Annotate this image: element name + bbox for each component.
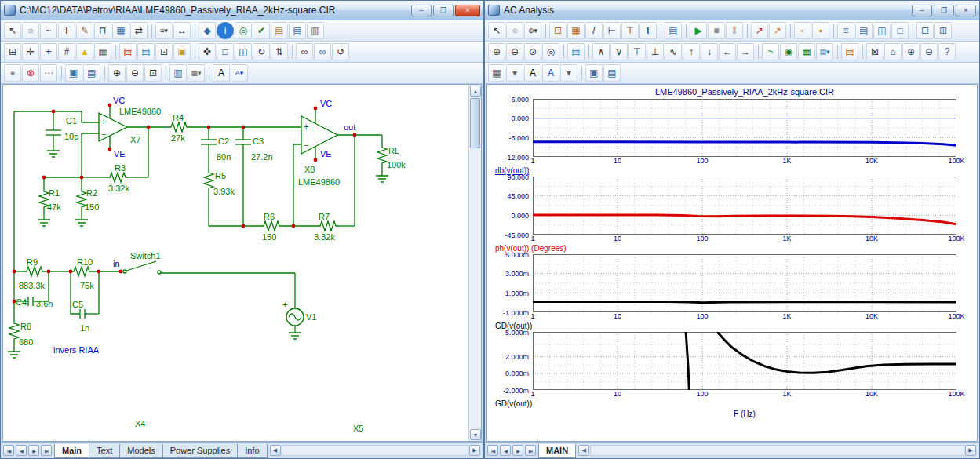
schematic-label[interactable]: R4 [173,113,184,122]
schematic-label[interactable]: 27k [171,133,185,143]
red-document-icon[interactable]: ▤ [119,43,137,60]
valley-icon[interactable]: ∨ [610,43,628,60]
document-icon[interactable]: ▤ [137,43,155,60]
schematic-label[interactable]: 883.3k [19,281,46,290]
schematic-label[interactable]: 100k [387,160,406,169]
printer-icon[interactable]: ▥ [307,22,324,39]
columns-icon[interactable]: ◫ [873,22,891,39]
font-color-icon[interactable]: A▾ [231,64,248,82]
schematic-label[interactable]: C4 [16,297,27,307]
schematic-label[interactable]: 10p [64,132,78,141]
first-page-button[interactable]: |◀ [487,445,498,456]
note-icon[interactable]: ▤ [271,22,288,39]
schematic-label[interactable]: C3 [253,137,264,146]
resistor-symbol[interactable] [71,267,93,276]
analysis-hscrollbar[interactable]: ◀ ▶ [577,444,977,457]
vertical-tag-icon[interactable]: ⊤ [621,22,639,39]
cursor-right-icon[interactable]: → [737,43,754,60]
smith-chart-icon[interactable]: ◉ [780,43,797,60]
schematic-label[interactable]: 3.6n [36,299,53,308]
schematic-label[interactable]: V1 [306,312,316,322]
back-icon[interactable]: ● [4,64,21,82]
global-high-icon[interactable]: ↑ [683,43,700,60]
cursor-left-icon[interactable]: ← [719,43,736,60]
schematic-titlebar[interactable]: C:\MC12\DATA\Petrov\RIAA\LME49860_Passiv… [1,1,483,20]
low-icon[interactable]: ⊥ [647,43,664,60]
font-icon[interactable]: A [213,64,230,82]
wire[interactable] [47,151,60,157]
limits-icon[interactable]: ▤ [567,43,585,60]
snap-grid-icon[interactable]: # [58,43,75,60]
help-icon[interactable]: ? [938,43,956,60]
schematic-label[interactable]: R2 [86,188,97,198]
global-low-icon[interactable]: ↓ [701,43,718,60]
sheet-icon[interactable]: ▤ [289,22,306,39]
zoom-area-icon[interactable]: ⊡ [144,64,162,82]
analysis-hscroll-left-button[interactable]: ◀ [578,445,589,456]
mirror-icon[interactable]: ◫ [235,43,252,60]
tab-main[interactable]: Main [54,444,89,458]
scroll-up-button[interactable]: ▲ [470,86,481,97]
repeat-icon[interactable]: ↺ [332,43,349,60]
peak-icon[interactable]: ∧ [592,43,610,60]
wire-mode-icon[interactable]: ~ [40,22,57,39]
pause-icon[interactable]: ‖ [726,22,743,39]
schematic-label[interactable]: LME49860 [119,107,161,116]
schematic-label[interactable]: VE [114,149,126,158]
select-icon[interactable]: ↖ [4,22,21,39]
switch-pole[interactable] [123,270,126,273]
schematic-label[interactable]: out [344,122,355,132]
schematic-label[interactable]: R10 [77,257,93,267]
display-icon[interactable]: ▦ [112,22,129,39]
panel-icon[interactable]: □ [891,22,909,39]
vscroll-thumb[interactable] [470,98,480,148]
schematic-label[interactable]: 3.93k [213,187,235,196]
find-next-icon[interactable]: ∞ [314,43,331,60]
exclude-icon[interactable]: ⊠ [866,43,883,60]
trace-label-4[interactable]: GD(v(out)) [495,399,977,410]
warning-icon[interactable]: ▲ [76,43,93,60]
paste-icon[interactable]: ▤ [603,64,621,82]
tokens-icon[interactable]: ▪ [812,22,829,39]
analysis-hscroll-track[interactable] [590,445,964,456]
probe-dropdown-icon[interactable]: ⊕▾ [524,22,541,39]
schematic-label[interactable]: X7 [130,135,140,144]
zoom-fit-icon[interactable]: ◎ [542,43,559,60]
schematic-label[interactable]: C5 [72,300,83,309]
scroll-down-button[interactable]: ▼ [470,429,481,440]
schematic-label[interactable]: R1 [49,188,60,198]
font-icon[interactable]: A [524,64,541,82]
schematic-hscrollbar[interactable]: ◀ ▶ [269,444,481,457]
region-icon[interactable]: ⊡ [155,43,173,60]
resistor-symbol[interactable] [260,221,282,231]
text-mode-icon[interactable]: T [58,22,75,39]
pencil-icon[interactable]: ✎ [76,22,93,39]
analysis-minimize-button[interactable]: – [912,5,932,16]
ghost-mode-icon[interactable]: ○ [506,22,523,39]
select-icon[interactable]: ↖ [488,22,505,39]
plot-canvas-2[interactable] [533,177,956,235]
tab-info[interactable]: Info [237,444,267,458]
zoom-in-icon[interactable]: ⊕ [108,64,126,82]
check-icon[interactable]: ✔ [253,22,270,39]
plot-canvas-4[interactable] [533,332,956,390]
schematic-label[interactable]: 150 [85,202,99,212]
component-symbols[interactable]: +−+−+ [9,113,387,342]
schematic-label[interactable]: R5 [215,171,226,180]
horizontal-tag-icon[interactable]: ⊢ [603,22,621,39]
data-points-icon[interactable]: ▫ [794,22,811,39]
find-icon[interactable]: ∞ [296,43,313,60]
schematic-labels[interactable]: C110pVCLME49860X7VER33.32kR427kC280nC327… [16,96,406,433]
ghost-mode-icon[interactable]: ○ [22,22,39,39]
schematic-label[interactable]: 680 [19,337,33,347]
grid-icon[interactable]: ▦ [94,43,111,60]
prev-page-button[interactable]: ◀ [500,445,511,456]
inflection-icon[interactable]: ∿ [665,43,682,60]
schematic-label[interactable]: 3.32k [314,232,335,242]
schematic-label[interactable]: RL [388,146,399,155]
resistor-symbol[interactable] [24,267,46,276]
ruler-icon[interactable]: ≡ [837,22,854,39]
schematic-label[interactable]: C2 [218,137,229,146]
switch-contact[interactable] [158,271,161,274]
zoom-out-icon[interactable]: ⊖ [126,64,144,82]
